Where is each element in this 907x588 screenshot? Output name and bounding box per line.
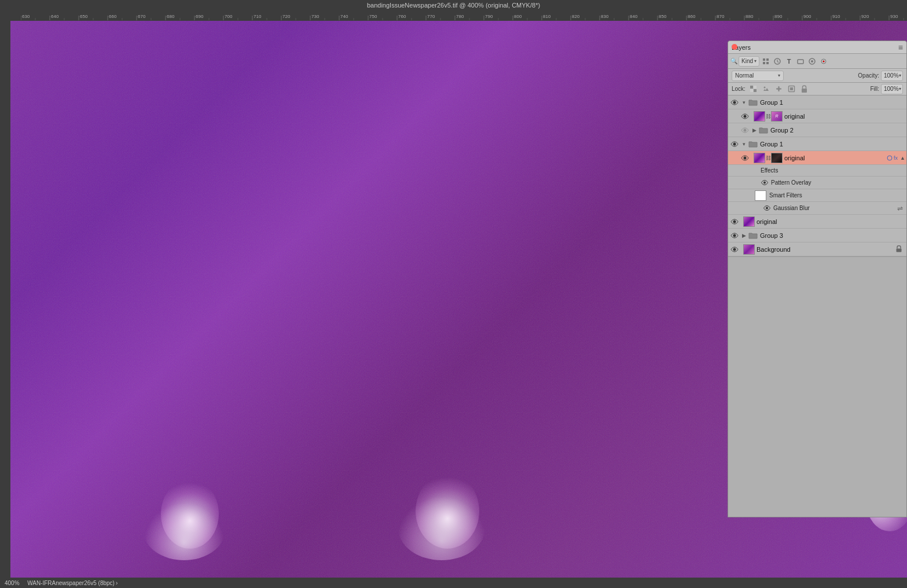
svg-point-113 [733,101,736,104]
visibility-gaussian[interactable] [763,204,771,213]
lock-artboard-icon[interactable] [787,84,796,94]
title-bar: bandingIssueNewspaper26v5.tif @ 400% (or… [0,0,907,10]
search-icon: 🔍 [730,58,737,64]
svg-text:790: 790 [485,14,493,19]
lock-image-icon[interactable] [762,84,771,94]
bottom-status-bar: 400% WAN-IFRAnewspaper26v5 (8bpc) › [0,578,907,588]
expand-group2[interactable]: ▶ [750,125,758,135]
layer-group2[interactable]: ▶ Group 2 [728,123,906,137]
kind-label: Kind [741,58,753,64]
fx-indicator-mid: fx [887,155,898,161]
lock-transparency-icon[interactable] [749,84,758,94]
svg-rect-96 [763,62,765,64]
opacity-number: 100% [884,72,899,79]
expand-group1-mid[interactable]: ▾ [740,139,748,149]
folder-group3 [748,230,758,241]
svg-rect-111 [790,87,793,90]
folder-group1-mid [748,139,758,149]
zoom-level: 400% [5,580,20,586]
svg-rect-107 [754,89,757,92]
orb-center-glow [398,497,485,560]
fx-text: fx [894,155,898,161]
svg-point-116 [733,142,736,145]
visibility-background[interactable] [729,244,740,255]
layer-group1-mid[interactable]: ▾ Group 1 [728,137,906,151]
opacity-value[interactable]: 100% ▾ [881,71,903,81]
svg-rect-124 [897,248,902,252]
smart-filters-row[interactable]: Smart Filters [728,189,906,202]
layer-original-mid[interactable]: ⛓ original fx ▲ [728,151,906,165]
blend-mode-dropdown[interactable]: Normal ▾ [732,71,784,81]
layer-name-original-bottom: original [755,218,905,225]
svg-point-123 [733,248,736,251]
svg-point-115 [744,128,747,131]
layer-background[interactable]: Background [728,242,906,256]
fill-chevron: ▾ [899,86,901,91]
filter-target-icon[interactable] [818,56,829,67]
svg-text:770: 770 [427,14,435,19]
svg-text:750: 750 [369,14,377,19]
visibility-group1-top[interactable] [729,97,740,108]
doc-info-arrow: › [116,580,117,586]
svg-rect-97 [766,62,769,64]
svg-text:810: 810 [543,14,551,19]
visibility-group1-mid[interactable] [729,139,740,149]
filter-smart-icon[interactable] [807,56,817,67]
visibility-pattern-overlay[interactable] [761,178,769,188]
filter-shape-icon[interactable] [795,56,806,67]
panel-close-btn[interactable] [732,44,737,50]
effects-label: Effects [761,167,778,174]
lock-position-icon[interactable] [774,84,784,94]
svg-text:630: 630 [22,14,30,19]
layer-original-top[interactable]: ⛓ R original [728,109,906,123]
panel-filter-toolbar: 🔍 Kind ▾ T [728,54,906,69]
lock-all-icon[interactable] [800,84,809,94]
layer-original-bottom[interactable]: original [728,215,906,229]
fill-value[interactable]: 100% ▾ [881,84,903,94]
svg-point-101 [811,60,813,63]
layer-fx-collapse[interactable]: ▲ [900,155,905,161]
fill-label: Fill: [870,86,879,92]
ruler-marks: 630 640 650 660 670 680 690 700 710 720 … [21,10,907,20]
visibility-original-mid[interactable] [740,153,750,163]
svg-text:640: 640 [51,14,59,19]
expand-group3[interactable]: ▶ [740,230,748,241]
thumb-original-bottom [743,216,755,227]
kind-search-group: 🔍 Kind ▾ [730,56,759,67]
expand-group1-top[interactable]: ▾ [740,97,748,108]
gaussian-blur-row[interactable]: Gaussian Blur ⇌ [728,202,906,215]
kind-dropdown[interactable]: Kind ▾ [739,56,759,67]
opacity-control: Opacity: 100% ▾ [858,71,903,81]
gaussian-blur-settings[interactable]: ⇌ [897,204,903,212]
svg-rect-105 [750,89,753,92]
layer-group3[interactable]: ▶ Group 3 [728,229,906,242]
visibility-original-bottom[interactable] [729,216,740,227]
panel-controls: ≡ [898,43,903,52]
svg-text:920: 920 [861,14,869,19]
background-lock-icon [896,245,902,253]
svg-point-122 [733,234,736,237]
visibility-group2[interactable] [740,125,750,135]
svg-point-103 [823,60,825,62]
document-info: WAN-IFRAnewspaper26v5 (8bpc) [27,580,115,586]
filter-adjustment-icon[interactable] [772,56,783,67]
svg-text:740: 740 [340,14,348,19]
smart-filters-name: Smart Filters [766,192,802,199]
panel-collapse-icon[interactable]: ≡ [898,43,903,52]
thumb1-original-mid [754,153,765,163]
visibility-original-top[interactable] [740,111,750,122]
svg-text:870: 870 [717,14,725,19]
svg-point-117 [744,156,747,159]
layer-group1-top[interactable]: ▾ Group 1 [728,95,906,109]
svg-text:910: 910 [832,14,840,19]
thumb-background [743,244,755,255]
link-icon-original-top: ⛓ [765,113,771,119]
visibility-group3[interactable] [729,230,740,241]
ruler-horizontal: 630 640 650 660 670 680 690 700 710 720 … [0,10,907,21]
svg-point-108 [764,87,766,89]
filter-type-icon[interactable]: T [784,56,794,67]
svg-text:710: 710 [254,14,262,19]
filter-pixel-icon[interactable] [761,56,771,67]
svg-point-118 [887,156,892,160]
pattern-overlay-row[interactable]: Pattern Overlay [728,177,906,189]
